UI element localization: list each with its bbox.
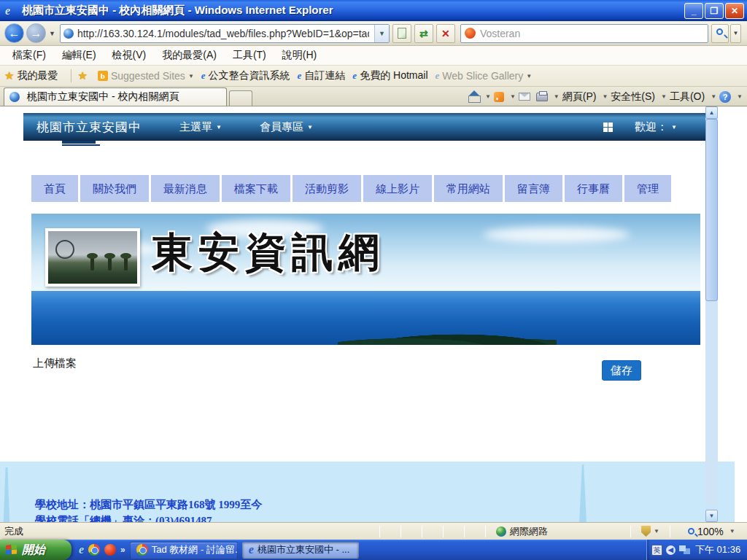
welcome-dropdown[interactable]: 歡迎：▼ — [635, 120, 677, 134]
favorites-button[interactable]: ★ 我的最愛 — [4, 69, 58, 82]
menu-favorites[interactable]: 我的最愛(A) — [154, 49, 225, 62]
browser-quicklaunch-icon[interactable] — [104, 544, 116, 556]
menu-help[interactable]: 說明(H) — [274, 49, 325, 62]
add-favorite-button[interactable]: ★ — [77, 69, 90, 82]
forward-button[interactable]: → — [26, 23, 46, 43]
chevron-down-icon: ▼ — [526, 73, 532, 79]
chevron-down-icon: ▼ — [307, 124, 313, 131]
taskbar: 開始 e » Tad 教材網 - 討論留... e 桃園市立東安國中 - ...… — [0, 540, 747, 560]
site-tab-videos[interactable]: 線上影片 — [363, 175, 432, 202]
site-tab-about[interactable]: 關於我們 — [80, 175, 149, 202]
school-address: 學校地址：桃園市平鎮區平東路168號 1999至今 — [35, 498, 262, 512]
mail-icon[interactable] — [519, 93, 530, 101]
home-dropdown-icon[interactable]: ▼ — [485, 93, 491, 100]
ie-quicklaunch-icon[interactable]: e — [79, 544, 84, 556]
favorite-hotmail[interactable]: e 免費的 Hotmail — [352, 69, 427, 82]
menu-tools[interactable]: 工具(T) — [225, 49, 274, 62]
page-favicon — [63, 28, 74, 39]
page-icon — [398, 28, 406, 39]
vertical-scrollbar[interactable]: ▲ ▼ — [705, 106, 718, 522]
restore-button[interactable]: ❐ — [705, 3, 724, 19]
help-dropdown-icon[interactable]: ▼ — [737, 93, 743, 100]
tower-watermark — [578, 464, 588, 522]
scroll-down-button[interactable]: ▼ — [705, 510, 718, 522]
tab-title[interactable]: 桃園市立東安國中 - 校內相關網頁 — [27, 90, 179, 104]
chevron-down-icon: ▼ — [216, 124, 222, 131]
print-dropdown-icon[interactable]: ▼ — [554, 93, 560, 100]
favorite-doc-system[interactable]: e 公文整合資訊系統 — [201, 69, 290, 82]
chevron-down-icon: ▼ — [188, 73, 194, 79]
save-button[interactable]: 儲存 — [602, 360, 641, 381]
favorite-web-slice-gallery[interactable]: e Web Slice Gallery ▼ — [436, 70, 533, 82]
site-tab-guestbook[interactable]: 留言簿 — [505, 175, 562, 202]
favorite-custom-links[interactable]: e 自訂連結 — [298, 69, 346, 82]
start-button[interactable]: 開始 — [0, 540, 71, 560]
address-bar[interactable]: http://163.30.124.1/modules/tad_web/file… — [60, 24, 390, 43]
site-tab-admin[interactable]: 管理 — [624, 175, 671, 202]
favorites-label[interactable]: 我的最愛 — [17, 69, 58, 82]
clipped-text-fragment — [62, 141, 100, 146]
active-tab[interactable]: 桃園市立東安國中 - 校內相關網頁 — [4, 88, 227, 106]
taskbar-window-tad[interactable]: Tad 教材網 - 討論留... — [130, 542, 238, 559]
compatibility-view-button[interactable] — [392, 24, 411, 43]
search-options-dropdown[interactable]: ▼ — [730, 24, 741, 43]
help-icon[interactable]: ? — [719, 91, 731, 103]
taskbar-window-school[interactable]: e 桃園市立東安國中 - ... — [242, 542, 359, 559]
status-bar: 完成 網際網路 ▼ 100% ▼ — [0, 522, 747, 540]
favorite-suggested-sites[interactable]: b Suggested Sites ▼ — [98, 70, 194, 82]
page-menu[interactable]: 網頁(P) — [562, 90, 597, 104]
ie-icon: e — [298, 71, 302, 81]
menu-edit[interactable]: 編輯(E) — [54, 49, 104, 62]
divider — [71, 69, 71, 82]
protected-mode-icon[interactable] — [641, 526, 651, 537]
new-tab-button[interactable] — [229, 90, 252, 106]
site-tab-home[interactable]: 首頁 — [31, 175, 78, 202]
history-dropdown-icon[interactable]: ▼ — [49, 30, 55, 37]
search-box[interactable]: Vosteran — [460, 24, 708, 43]
minimize-button[interactable]: _ — [684, 3, 703, 19]
site-tab-links[interactable]: 常用網站 — [434, 175, 503, 202]
add-favorite-icon: ★ — [77, 69, 87, 82]
close-button[interactable]: ✕ — [725, 3, 744, 19]
search-placeholder[interactable]: Vosteran — [480, 28, 520, 39]
ime-tray-icon[interactable]: 英 — [651, 545, 662, 556]
hide-icons-chevron[interactable]: ◀ — [666, 545, 676, 555]
zoom-control[interactable]: 100% ▼ — [688, 526, 735, 537]
home-icon[interactable] — [468, 92, 479, 101]
security-menu[interactable]: 安全性(S) — [611, 90, 655, 104]
member-menu-dropdown[interactable]: 會員專區▼ — [260, 120, 313, 134]
site-nav-tabs: 首頁 關於我們 最新消息 檔案下載 活動剪影 線上影片 常用網站 留言簿 行事曆… — [31, 175, 671, 202]
grid-icon[interactable] — [603, 122, 613, 132]
menu-view[interactable]: 檢視(V) — [104, 49, 155, 62]
address-dropdown-icon[interactable]: ▼ — [374, 25, 389, 42]
site-tab-downloads[interactable]: 檔案下載 — [222, 175, 290, 202]
site-tab-photos[interactable]: 活動剪影 — [293, 175, 361, 202]
back-button[interactable]: ← — [4, 23, 24, 43]
scroll-up-button[interactable]: ▲ — [705, 106, 718, 119]
tools-menu[interactable]: 工具(O) — [670, 90, 705, 104]
chevron-down-icon[interactable]: ▼ — [654, 528, 659, 534]
search-button[interactable] — [711, 24, 729, 43]
refresh-button[interactable]: ⇄ — [414, 24, 433, 43]
ie-logo-icon: e — [5, 4, 18, 18]
tab-favicon — [9, 92, 20, 102]
chrome-quicklaunch-icon[interactable] — [88, 544, 100, 556]
internet-zone-icon — [496, 526, 506, 537]
network-tray-icon[interactable] — [679, 545, 690, 554]
url-text[interactable]: http://163.30.124.1/modules/tad_web/file… — [77, 28, 369, 39]
system-tray: 英 ◀ 下午 01:36 — [646, 540, 747, 560]
main-menu-dropdown[interactable]: 主選單▼ — [179, 120, 222, 134]
menu-file[interactable]: 檔案(F) — [4, 49, 54, 62]
rss-dropdown-icon[interactable]: ▼ — [510, 93, 516, 100]
site-tab-calendar[interactable]: 行事曆 — [565, 175, 622, 202]
zoom-level[interactable]: 100% — [697, 526, 724, 537]
chevron-down-icon[interactable]: ▼ — [729, 528, 735, 534]
stop-button[interactable]: ✕ — [436, 24, 455, 43]
scrollbar-thumb[interactable] — [705, 119, 718, 301]
print-icon[interactable] — [536, 93, 548, 101]
star-icon: ★ — [4, 69, 14, 82]
rss-icon[interactable] — [494, 92, 504, 102]
site-tab-news[interactable]: 最新消息 — [151, 175, 220, 202]
site-brand[interactable]: 桃園市立東安國中 — [36, 119, 142, 136]
quicklaunch-overflow-chevron[interactable]: » — [120, 545, 125, 555]
